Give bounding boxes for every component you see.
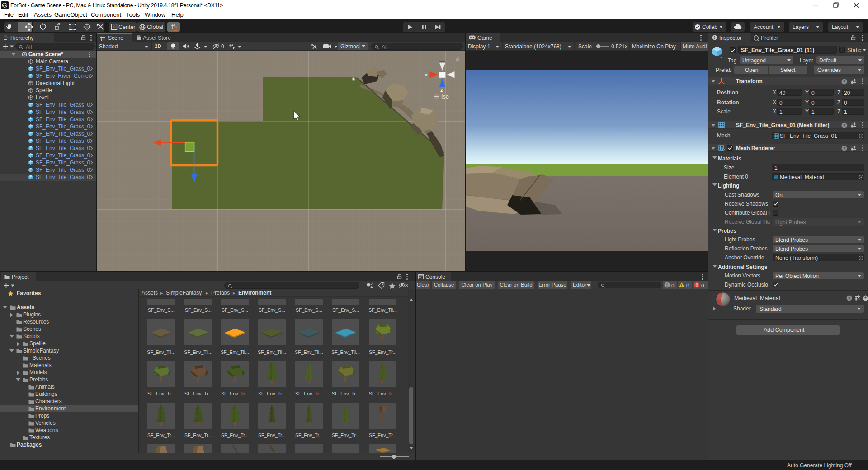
svg-text:8: 8 xyxy=(405,283,408,288)
svg-text:Iso: Iso xyxy=(441,94,449,100)
svg-text:?: ? xyxy=(848,296,851,301)
svg-text:x: x xyxy=(425,72,428,77)
svg-text:?: ? xyxy=(843,146,846,150)
svg-text:?: ? xyxy=(843,123,846,127)
svg-text:?: ? xyxy=(843,79,846,84)
svg-text:z: z xyxy=(440,87,443,93)
